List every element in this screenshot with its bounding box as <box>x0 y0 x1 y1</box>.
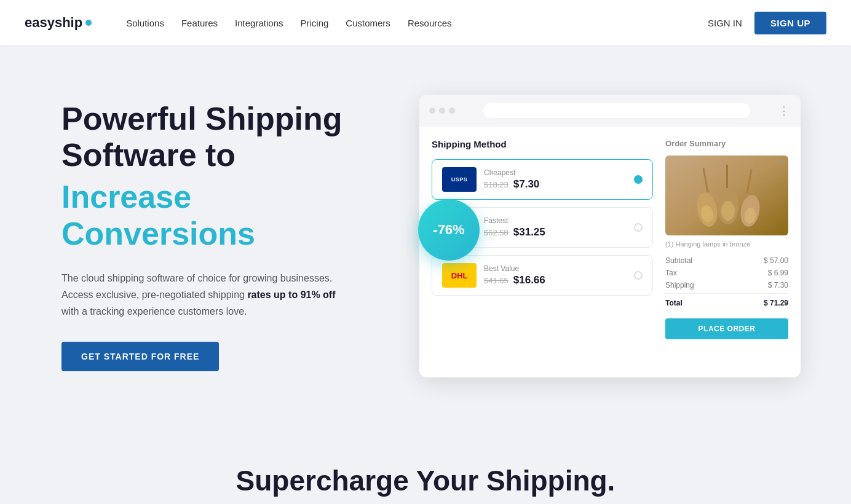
usps-logo: USPS <box>442 167 477 192</box>
order-item-label: (1) Hanging lamps in bronze <box>665 240 788 248</box>
browser-dot-2 <box>439 108 445 114</box>
order-summary-panel: Order Summary <box>665 139 788 339</box>
order-shipping: Shipping $ 7.30 <box>665 281 788 289</box>
dhl-logo: DHL <box>442 263 477 288</box>
nav-features[interactable]: Features <box>181 18 218 28</box>
browser-address-bar <box>483 103 750 118</box>
hero-title-accent: Increase Conversions <box>61 179 381 253</box>
browser-dot-1 <box>429 108 435 114</box>
bestvalue-pricing: $41.65 $16.66 <box>484 274 545 286</box>
lamp-illustration <box>678 156 776 235</box>
nav-links: Solutions Features Integrations Pricing … <box>126 18 688 28</box>
bottom-section: Supercharge Your Shipping. Grow Your eCo… <box>0 427 851 504</box>
radio-bestvalue[interactable] <box>634 271 643 280</box>
nav-resources[interactable]: Resources <box>408 18 452 28</box>
nav-pricing[interactable]: Pricing <box>300 18 328 28</box>
bottom-title: Supercharge Your Shipping. Grow Your eCo… <box>25 463 826 504</box>
nav-solutions[interactable]: Solutions <box>126 18 164 28</box>
sign-in-button[interactable]: SIGN IN <box>708 18 742 28</box>
shipping-option-best-value[interactable]: DHL Best Value $41.65 $16.66 <box>432 255 653 296</box>
svg-rect-3 <box>726 165 728 188</box>
place-order-button[interactable]: PLACE ORDER <box>665 318 788 339</box>
option-cheapest-details: Cheapest $18.23 $7.30 <box>484 168 539 191</box>
order-subtotal: Subtotal $ 57.00 <box>665 256 788 265</box>
fastest-pricing: $62.50 $31.25 <box>484 226 545 238</box>
hero-title: Powerful Shipping Software to <box>61 101 381 175</box>
svg-rect-5 <box>746 169 753 194</box>
radio-cheapest[interactable] <box>634 175 643 184</box>
svg-point-7 <box>721 201 735 221</box>
sign-up-button[interactable]: SIGN UP <box>754 12 826 34</box>
browser-menu-icon: ⋮ <box>778 104 791 117</box>
hero-section: Powerful Shipping Software to Increase C… <box>0 45 851 427</box>
svg-rect-1 <box>703 168 709 192</box>
shipping-option-cheapest[interactable]: USPS Cheapest $18.23 $7.30 <box>432 159 653 200</box>
hero-right: -76% ⋮ Shipping Method USPS <box>381 95 802 377</box>
order-tax: Tax $ 6.99 <box>665 269 788 277</box>
nav-integrations[interactable]: Integrations <box>235 18 283 28</box>
browser-bar: ⋮ <box>419 95 801 127</box>
logo-dot-icon <box>85 20 92 26</box>
close-icon[interactable]: ✕ <box>777 158 783 167</box>
discount-badge: -76% <box>418 199 480 261</box>
browser-dot-3 <box>449 108 455 114</box>
logo[interactable]: easyship <box>25 15 92 31</box>
cta-button[interactable]: GET STARTED FOR FREE <box>61 342 219 371</box>
option-bestvalue-details: Best Value $41.65 $16.66 <box>484 264 545 286</box>
navbar: easyship Solutions Features Integrations… <box>0 0 851 45</box>
order-item-image: ✕ <box>665 156 788 235</box>
cheapest-pricing: $18.23 $7.30 <box>484 178 539 191</box>
hero-description: The cloud shipping software of choice fo… <box>61 270 344 320</box>
radio-fastest[interactable] <box>634 223 643 232</box>
shipping-panel-title: Shipping Method <box>432 139 653 149</box>
option-fastest-details: Fastest $62.50 $31.25 <box>484 216 545 238</box>
logo-text: easyship <box>25 15 82 31</box>
nav-customers[interactable]: Customers <box>346 18 390 28</box>
order-summary-title: Order Summary <box>665 139 788 148</box>
hero-left: Powerful Shipping Software to Increase C… <box>61 101 381 372</box>
nav-actions: SIGN IN SIGN UP <box>708 12 826 34</box>
order-total: Total $ 71.29 <box>665 293 788 307</box>
